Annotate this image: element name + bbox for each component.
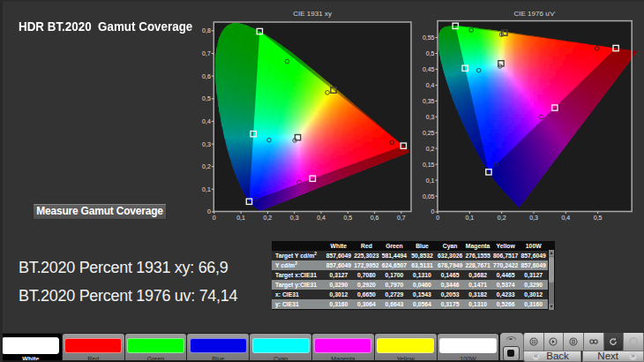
svg-text:0,3: 0,3 xyxy=(290,215,299,221)
svg-text:0,4: 0,4 xyxy=(561,215,570,221)
svg-text:CIE 1931 xy: CIE 1931 xy xyxy=(293,10,332,18)
svg-text:0,55: 0,55 xyxy=(423,34,435,41)
svg-text:0: 0 xyxy=(436,215,439,221)
svg-text:0,2: 0,2 xyxy=(264,215,273,221)
svg-text:0,6: 0,6 xyxy=(371,215,379,221)
svg-text:0: 0 xyxy=(207,208,211,215)
svg-text:0,15: 0,15 xyxy=(423,162,435,168)
svg-text:0,35: 0,35 xyxy=(423,98,435,104)
svg-text:0,2: 0,2 xyxy=(498,215,506,221)
svg-text:0,2: 0,2 xyxy=(202,163,211,170)
svg-text:0: 0 xyxy=(213,215,216,221)
svg-text:0,3: 0,3 xyxy=(529,215,538,221)
svg-text:0,7: 0,7 xyxy=(202,50,211,57)
svg-text:CIE 1976 u'v': CIE 1976 u'v' xyxy=(514,10,557,18)
svg-text:0,1: 0,1 xyxy=(466,215,475,221)
svg-text:0,5: 0,5 xyxy=(202,95,211,102)
svg-text:0: 0 xyxy=(431,208,435,215)
svg-text:0,5: 0,5 xyxy=(426,50,435,57)
svg-text:0,25: 0,25 xyxy=(423,130,435,136)
svg-text:0,8: 0,8 xyxy=(202,27,211,34)
svg-text:0,4: 0,4 xyxy=(317,215,326,221)
svg-text:0,7: 0,7 xyxy=(397,215,406,221)
svg-text:0,1: 0,1 xyxy=(236,215,245,221)
svg-text:0,5: 0,5 xyxy=(594,215,603,221)
svg-text:0,2: 0,2 xyxy=(426,146,435,152)
svg-text:0,4: 0,4 xyxy=(202,118,211,124)
svg-text:0,3: 0,3 xyxy=(426,114,435,120)
svg-text:0,1: 0,1 xyxy=(202,186,211,192)
svg-text:0,05: 0,05 xyxy=(423,193,435,200)
svg-text:0,1: 0,1 xyxy=(426,177,435,184)
svg-text:0,6: 0,6 xyxy=(202,73,211,79)
svg-text:0,4: 0,4 xyxy=(426,82,435,88)
svg-text:0,45: 0,45 xyxy=(423,66,435,72)
svg-text:0,3: 0,3 xyxy=(202,141,211,147)
svg-text:0,5: 0,5 xyxy=(343,215,352,221)
